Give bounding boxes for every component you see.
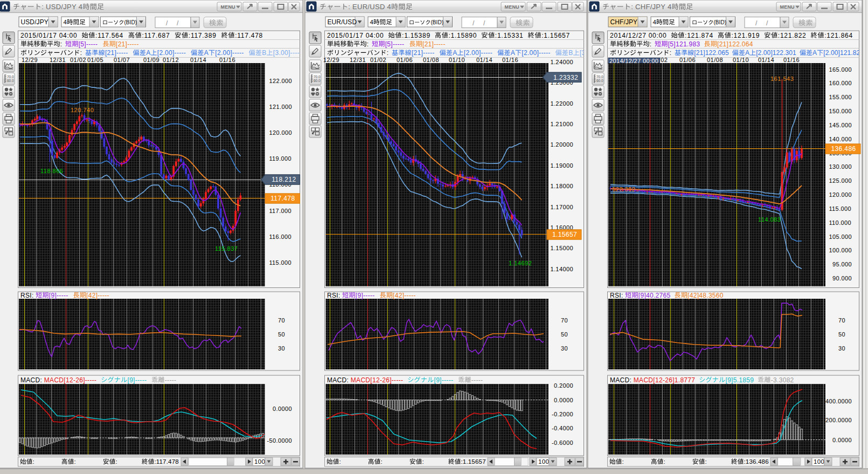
- svg-text::: :: [380, 458, 382, 465]
- svg-text:01/02: 01/02: [70, 57, 86, 63]
- svg-text:1.14692: 1.14692: [509, 260, 532, 266]
- svg-text:30: 30: [278, 345, 285, 352]
- svg-text:4: 4: [653, 19, 657, 25]
- svg-text:MENU: MENU: [780, 4, 795, 10]
- svg-text:[5]-----: [5]-----: [79, 40, 98, 48]
- svg-text:1.23332: 1.23332: [553, 74, 578, 81]
- svg-text:[9]-----: [9]-----: [356, 292, 375, 299]
- svg-text:[21]122.065: [21]122.065: [694, 49, 729, 57]
- svg-text:4: 4: [64, 19, 67, 25]
- svg-text:01/14: 01/14: [758, 57, 774, 63]
- svg-text:[3.00]-----: [3.00]-----: [273, 49, 302, 57]
- svg-text:[2.00]-----: [2.00]-----: [157, 49, 186, 57]
- svg-text:70: 70: [838, 317, 845, 324]
- svg-text:MACD[12-26]1.8777: MACD[12-26]1.8777: [634, 376, 696, 384]
- svg-text::121.822: :121.822: [778, 32, 807, 39]
- svg-text:4: 4: [370, 19, 374, 25]
- svg-text:160.000: 160.000: [829, 80, 852, 86]
- svg-text::117.478: :117.478: [154, 458, 179, 465]
- svg-text:MACD:: MACD:: [610, 376, 631, 384]
- svg-text:[42]-----: [42]-----: [86, 292, 109, 299]
- svg-text:: EUR/USD 4: : EUR/USD 4: [348, 3, 391, 11]
- svg-text::1.15657: :1.15657: [461, 458, 485, 465]
- svg-text:[21]-----: [21]-----: [116, 40, 139, 48]
- svg-text:12/31: 12/31: [50, 57, 66, 63]
- svg-text:12/29: 12/29: [323, 57, 339, 63]
- svg-text:: CHF/JPY 4: : CHF/JPY 4: [631, 3, 671, 11]
- svg-text:[42]-----: [42]-----: [393, 292, 416, 299]
- svg-text:RSI:: RSI:: [327, 292, 341, 299]
- svg-text:30: 30: [838, 345, 845, 352]
- svg-text:140.000: 140.000: [829, 136, 852, 142]
- svg-text:EUR/USD: EUR/USD: [328, 18, 357, 26]
- svg-text:12/31: 12/31: [350, 57, 366, 63]
- svg-text:117.478: 117.478: [270, 195, 295, 202]
- svg-text:[9]40.2765: [9]40.2765: [638, 292, 671, 299]
- svg-text:-----: -----: [471, 376, 483, 384]
- svg-text:118.866: 118.866: [40, 168, 63, 174]
- svg-text:119.000: 119.000: [269, 155, 291, 162]
- svg-text::: :: [387, 49, 389, 57]
- svg-text:(BID): (BID): [713, 19, 726, 25]
- svg-text::121.919: :121.919: [732, 32, 760, 39]
- svg-text:145.000: 145.000: [829, 122, 852, 128]
- svg-text:121.000: 121.000: [269, 104, 292, 110]
- svg-text:01/08: 01/08: [423, 57, 439, 63]
- svg-text:01/07: 01/07: [114, 57, 130, 63]
- svg-text:01/06: 01/06: [679, 57, 696, 63]
- svg-text:-----: -----: [165, 376, 176, 384]
- svg-text:[9]-----: [9]-----: [434, 376, 454, 384]
- svg-text:114.083: 114.083: [758, 216, 781, 223]
- svg-text:01/10: 01/10: [733, 57, 749, 63]
- svg-text:[21]-----: [21]-----: [105, 49, 128, 57]
- svg-text::: :: [367, 40, 369, 48]
- svg-text:50: 50: [278, 331, 285, 338]
- svg-text::1.15890: :1.15890: [449, 32, 477, 39]
- svg-text:01/02: 01/02: [370, 57, 386, 63]
- svg-text:[21]-----: [21]-----: [422, 40, 446, 48]
- svg-text:[9]-----: [9]-----: [128, 376, 147, 384]
- svg-text:[9]-----: [9]-----: [49, 292, 68, 299]
- svg-text:01/10: 01/10: [449, 57, 465, 63]
- svg-text:1.17000: 1.17000: [550, 204, 573, 210]
- svg-text:117.000: 117.000: [269, 208, 291, 214]
- svg-text:1.19000: 1.19000: [550, 162, 573, 169]
- svg-text::1.15389: :1.15389: [402, 32, 430, 39]
- svg-text:1.24000: 1.24000: [550, 59, 573, 65]
- svg-text:01/09: 01/09: [143, 57, 159, 63]
- svg-text:2014/12/27 00:00: 2014/12/27 00:00: [610, 32, 666, 39]
- svg-text:115.837: 115.837: [215, 245, 238, 252]
- svg-text:A: A: [813, 49, 817, 57]
- svg-text::: :: [705, 458, 706, 465]
- svg-text:130.000: 130.000: [829, 163, 852, 170]
- svg-text:100: 100: [538, 458, 549, 465]
- svg-text:100: 100: [254, 458, 265, 465]
- svg-text:50: 50: [561, 331, 568, 338]
- svg-text::117.687: :117.687: [142, 32, 170, 39]
- svg-text:70: 70: [278, 317, 285, 324]
- svg-text::117.389: :117.389: [189, 32, 217, 39]
- svg-text:[21]122.064: [21]122.064: [717, 40, 753, 48]
- svg-text::1.15657: :1.15657: [541, 32, 570, 39]
- svg-text:A: A: [204, 49, 209, 57]
- svg-text:RSI:: RSI:: [610, 292, 623, 299]
- svg-text:USD/JPY: USD/JPY: [21, 18, 48, 26]
- svg-text:90.000: 90.000: [832, 275, 852, 281]
- svg-text:0.2000: 0.2000: [554, 382, 573, 389]
- svg-text:[2.00]122.301: [2.00]122.301: [756, 49, 796, 57]
- svg-text:115.000: 115.000: [269, 259, 291, 266]
- svg-text:[42]48.3560: [42]48.3560: [688, 292, 724, 299]
- svg-text:A: A: [146, 49, 150, 57]
- svg-text:1.20000: 1.20000: [550, 141, 573, 148]
- svg-text:1.15000: 1.15000: [550, 245, 573, 251]
- svg-text:/02: /02: [659, 57, 668, 63]
- svg-text:[2.00]-----: [2.00]-----: [464, 49, 492, 57]
- svg-text:2015/01/17 04:00: 2015/01/17 04:00: [327, 32, 384, 39]
- svg-text:100.000: 100.000: [829, 247, 852, 253]
- svg-text::117.564: :117.564: [95, 32, 123, 39]
- svg-text:100: 100: [814, 458, 824, 465]
- svg-text:[2.00]121.828: [2.00]121.828: [823, 49, 864, 57]
- svg-text:150.000: 150.000: [829, 108, 852, 114]
- svg-text:MENU: MENU: [221, 4, 235, 10]
- svg-text:: USD/JPY 4: : USD/JPY 4: [41, 3, 82, 11]
